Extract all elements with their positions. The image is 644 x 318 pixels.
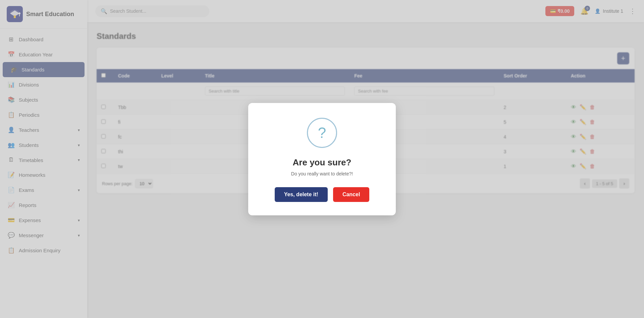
- confirm-delete-button[interactable]: Yes, delete it!: [275, 187, 328, 202]
- delete-confirmation-overlay: ? Are you sure? Do you really want to de…: [0, 0, 644, 318]
- modal-icon-circle: ?: [307, 118, 337, 148]
- question-icon: ?: [318, 125, 326, 140]
- modal-subtitle: Do you really want to delete?!: [291, 171, 353, 176]
- cancel-delete-button[interactable]: Cancel: [333, 187, 369, 202]
- delete-confirmation-modal: ? Are you sure? Do you really want to de…: [248, 103, 396, 215]
- modal-title: Are you sure?: [293, 157, 352, 168]
- modal-actions: Yes, delete it! Cancel: [275, 187, 370, 202]
